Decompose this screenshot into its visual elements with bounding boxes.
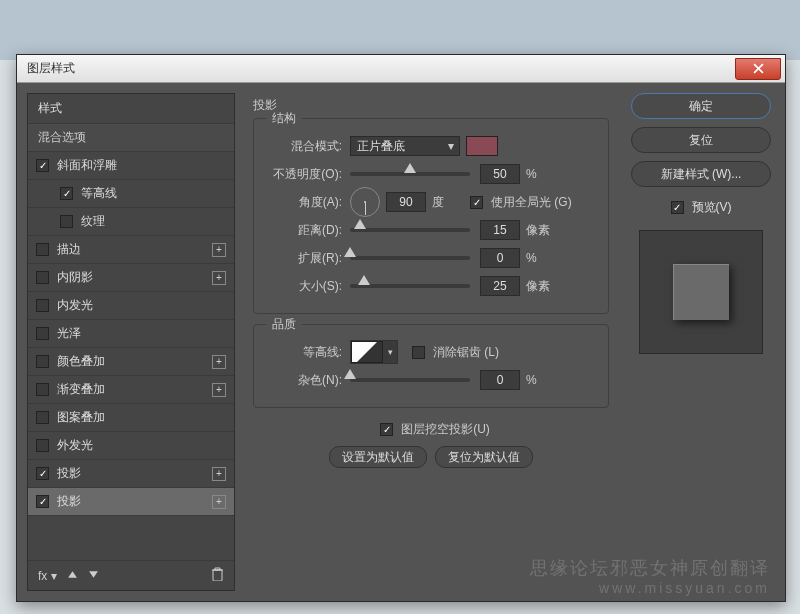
checkbox[interactable]: [36, 467, 49, 480]
checkbox[interactable]: [36, 383, 49, 396]
spread-row: 扩展(R): %: [266, 247, 596, 269]
default-buttons-row: 设置为默认值 复位为默认值: [253, 446, 609, 468]
angle-input[interactable]: [386, 192, 426, 212]
style-bevel[interactable]: 斜面和浮雕: [28, 152, 234, 180]
distance-label: 距离(D):: [266, 222, 342, 239]
add-icon[interactable]: +: [212, 271, 226, 285]
style-texture[interactable]: 纹理: [28, 208, 234, 236]
checkbox[interactable]: [36, 439, 49, 452]
checkbox[interactable]: [60, 215, 73, 228]
slider-thumb[interactable]: [344, 251, 356, 263]
style-stroke[interactable]: 描边+: [28, 236, 234, 264]
unit-label: %: [526, 251, 556, 265]
blend-mode-select[interactable]: 正片叠底: [350, 136, 460, 156]
spread-slider[interactable]: [350, 256, 470, 260]
spread-input[interactable]: [480, 248, 520, 268]
titlebar[interactable]: 图层样式: [17, 55, 785, 83]
checkbox[interactable]: [36, 271, 49, 284]
blend-mode-row: 混合模式: 正片叠底: [266, 135, 596, 157]
checkbox[interactable]: [470, 196, 483, 209]
style-pattern-overlay[interactable]: 图案叠加: [28, 404, 234, 432]
spread-label: 扩展(R):: [266, 250, 342, 267]
contour-label: 等高线:: [266, 344, 342, 361]
checkbox[interactable]: [36, 327, 49, 340]
angle-label: 角度(A):: [266, 194, 342, 211]
dialog-title: 图层样式: [27, 60, 75, 77]
add-icon[interactable]: +: [212, 383, 226, 397]
unit-label: 像素: [526, 278, 556, 295]
blending-options[interactable]: 混合选项: [28, 124, 234, 152]
add-icon[interactable]: +: [212, 243, 226, 257]
shadow-color-swatch[interactable]: [466, 136, 498, 156]
styles-sidebar: 样式 混合选项 斜面和浮雕 等高线 纹理 描边+ 内阴影+ 内发光 光泽 颜色叠…: [27, 93, 235, 591]
style-color-overlay[interactable]: 颜色叠加+: [28, 348, 234, 376]
structure-group: 结构 混合模式: 正片叠底 不透明度(O): % 角度(A): 度: [253, 118, 609, 314]
add-icon[interactable]: +: [212, 495, 226, 509]
chevron-down-icon[interactable]: ▾: [383, 341, 397, 363]
style-inner-shadow[interactable]: 内阴影+: [28, 264, 234, 292]
distance-input[interactable]: [480, 220, 520, 240]
unit-label: %: [526, 373, 556, 387]
sidebar-header: 样式: [28, 94, 234, 124]
unit-label: 度: [432, 194, 462, 211]
close-button[interactable]: [735, 58, 781, 80]
checkbox[interactable]: [36, 299, 49, 312]
style-drop-shadow-1[interactable]: 投影+: [28, 460, 234, 488]
checkbox[interactable]: [36, 159, 49, 172]
checkbox[interactable]: [36, 495, 49, 508]
style-outer-glow[interactable]: 外发光: [28, 432, 234, 460]
anti-alias-check[interactable]: 消除锯齿 (L): [412, 344, 499, 361]
noise-row: 杂色(N): %: [266, 369, 596, 391]
checkbox[interactable]: [671, 201, 684, 214]
noise-input[interactable]: [480, 370, 520, 390]
opacity-input[interactable]: [480, 164, 520, 184]
slider-thumb[interactable]: [404, 167, 416, 179]
checkbox[interactable]: [412, 346, 425, 359]
size-slider[interactable]: [350, 284, 470, 288]
add-icon[interactable]: +: [212, 355, 226, 369]
add-icon[interactable]: +: [212, 467, 226, 481]
global-light-check[interactable]: 使用全局光 (G): [470, 194, 572, 211]
slider-thumb[interactable]: [358, 279, 370, 291]
opacity-label: 不透明度(O):: [266, 166, 342, 183]
checkbox[interactable]: [380, 423, 393, 436]
blend-mode-label: 混合模式:: [266, 138, 342, 155]
cancel-button[interactable]: 复位: [631, 127, 771, 153]
dialog-content: 样式 混合选项 斜面和浮雕 等高线 纹理 描边+ 内阴影+ 内发光 光泽 颜色叠…: [17, 83, 785, 601]
contour-picker[interactable]: ▾: [350, 340, 398, 364]
checkbox[interactable]: [36, 411, 49, 424]
trash-icon[interactable]: [211, 567, 224, 584]
size-input[interactable]: [480, 276, 520, 296]
quality-group: 品质 等高线: ▾ 消除锯齿 (L) 杂色(N): %: [253, 324, 609, 408]
move-up-icon[interactable]: [67, 569, 78, 583]
opacity-row: 不透明度(O): %: [266, 163, 596, 185]
unit-label: %: [526, 167, 556, 181]
angle-dial[interactable]: [350, 187, 380, 217]
style-contour[interactable]: 等高线: [28, 180, 234, 208]
ok-button[interactable]: 确定: [631, 93, 771, 119]
opacity-slider[interactable]: [350, 172, 470, 176]
size-label: 大小(S):: [266, 278, 342, 295]
preview-box: [639, 230, 763, 354]
fx-menu[interactable]: fx ▾: [38, 569, 57, 583]
slider-thumb[interactable]: [354, 223, 366, 235]
knockout-row: 图层挖空投影(U): [253, 418, 609, 440]
style-gradient-overlay[interactable]: 渐变叠加+: [28, 376, 234, 404]
noise-slider[interactable]: [350, 378, 470, 382]
reset-default-button[interactable]: 复位为默认值: [435, 446, 533, 468]
style-drop-shadow-2[interactable]: 投影+: [28, 488, 234, 516]
style-satin[interactable]: 光泽: [28, 320, 234, 348]
distance-slider[interactable]: [350, 228, 470, 232]
make-default-button[interactable]: 设置为默认值: [329, 446, 427, 468]
move-down-icon[interactable]: [88, 569, 99, 583]
contour-swatch[interactable]: [351, 341, 383, 363]
noise-label: 杂色(N):: [266, 372, 342, 389]
checkbox[interactable]: [36, 243, 49, 256]
checkbox[interactable]: [36, 355, 49, 368]
slider-thumb[interactable]: [344, 373, 356, 385]
knockout-check[interactable]: 图层挖空投影(U): [380, 421, 490, 438]
new-style-button[interactable]: 新建样式 (W)...: [631, 161, 771, 187]
checkbox[interactable]: [60, 187, 73, 200]
preview-check[interactable]: 预览(V): [671, 199, 732, 216]
style-inner-glow[interactable]: 内发光: [28, 292, 234, 320]
